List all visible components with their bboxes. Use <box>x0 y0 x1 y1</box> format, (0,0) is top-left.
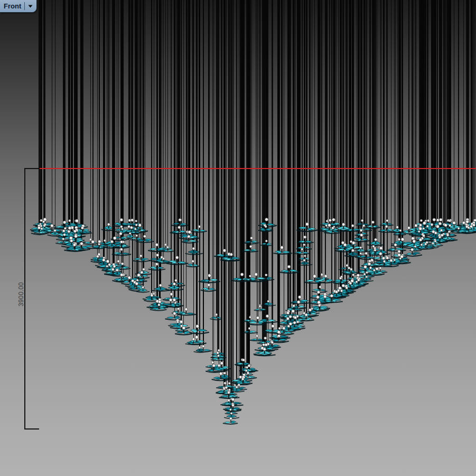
hanging-module[interactable] <box>185 247 203 255</box>
viewport-canvas[interactable] <box>0 0 476 476</box>
hanging-module[interactable] <box>83 239 98 245</box>
dimension-lines[interactable] <box>24 169 40 429</box>
viewport-tab-label[interactable]: Front <box>4 3 21 10</box>
hanging-module[interactable] <box>169 279 185 286</box>
hanging-module[interactable] <box>189 324 209 333</box>
chevron-down-icon[interactable] <box>28 5 33 8</box>
viewport-tab[interactable]: Front <box>0 0 37 13</box>
viewport[interactable]: 3900.00 Front <box>0 0 476 476</box>
hanging-module[interactable] <box>165 312 182 320</box>
hanging-module[interactable] <box>210 314 222 320</box>
hanging-module[interactable] <box>166 256 189 265</box>
hanging-module[interactable] <box>243 327 258 333</box>
dimension-label: 3900.00 <box>17 282 25 306</box>
viewport-tab-divider <box>24 2 25 10</box>
hanging-modules[interactable] <box>30 218 476 424</box>
